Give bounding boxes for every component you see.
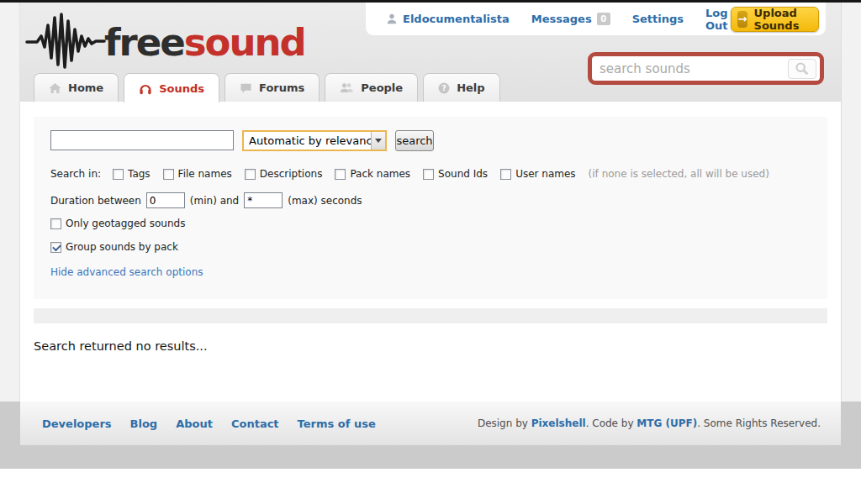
arrow-right-icon: →: [737, 11, 747, 28]
duration-row: Duration between (min) and (max) seconds: [50, 192, 362, 208]
settings-link[interactable]: Settings: [632, 13, 684, 25]
magnifier-icon: [795, 61, 810, 76]
search-in-note: (if none is selected, all will be used): [589, 168, 769, 180]
query-input[interactable]: [50, 130, 234, 150]
page: freesound Eldocumentalista Messages 0 Se…: [0, 0, 861, 504]
logout-link[interactable]: Log Out: [705, 7, 731, 32]
footer-link-terms[interactable]: Terms of use: [298, 417, 376, 430]
speech-bubble-icon: [240, 82, 252, 94]
footer-link-about[interactable]: About: [176, 417, 213, 430]
group-by-pack-row: Group sounds by pack: [50, 241, 191, 253]
header-search-input[interactable]: [600, 59, 784, 78]
upload-sounds-button[interactable]: → Upload Sounds: [731, 7, 819, 32]
search-button[interactable]: search: [395, 130, 434, 151]
results-header-bar: [34, 308, 827, 323]
freesound-logo[interactable]: freesound: [25, 12, 305, 74]
checkbox-file-names[interactable]: [163, 169, 174, 180]
header-search-box: [588, 52, 824, 85]
left-margin: [0, 3, 20, 402]
checkbox-descriptions[interactable]: [245, 169, 256, 180]
question-icon: ?: [438, 82, 450, 94]
messages-link[interactable]: Messages: [531, 13, 592, 25]
search-in-row: Search in: Tags File names Descriptions …: [50, 168, 769, 180]
checkbox-sound-ids[interactable]: [423, 169, 434, 180]
hide-advanced-options-link[interactable]: Hide advanced search options: [50, 266, 203, 278]
headphones-icon: [139, 82, 152, 95]
tab-sounds[interactable]: Sounds: [124, 73, 219, 102]
footer-link-contact[interactable]: Contact: [231, 417, 279, 430]
tab-forums[interactable]: Forums: [224, 73, 320, 102]
chevron-down-icon: [371, 132, 385, 150]
checkbox-geotagged[interactable]: [50, 218, 61, 229]
duration-max-input[interactable]: [244, 192, 283, 208]
messages-count-badge: 0: [597, 13, 610, 25]
logo-text: freesound: [104, 15, 305, 71]
right-margin: [841, 3, 861, 402]
search-in-label: Search in:: [50, 168, 101, 180]
footer: Developers Blog About Contact Terms of u…: [20, 402, 841, 445]
checkbox-tags[interactable]: [113, 169, 124, 180]
tab-home[interactable]: Home: [34, 73, 119, 102]
checkbox-user-names[interactable]: [500, 169, 511, 180]
advanced-search-panel: Automatic by relevance search Search in:…: [34, 117, 827, 299]
person-icon: [386, 13, 398, 25]
home-icon: [49, 82, 61, 94]
footer-link-blog[interactable]: Blog: [130, 417, 158, 430]
footer-links: Developers Blog About Contact Terms of u…: [42, 417, 376, 430]
footer-credits: Design by Pixelshell. Code by MTG (UPF).…: [478, 417, 821, 429]
footer-link-developers[interactable]: Developers: [42, 417, 112, 430]
content-area: Automatic by relevance search Search in:…: [20, 102, 841, 402]
header-search-button[interactable]: [788, 59, 816, 79]
mtg-upf-link[interactable]: MTG (UPF): [637, 417, 697, 429]
username-link[interactable]: Eldocumentalista: [403, 13, 510, 25]
main-nav: Home Sounds Forums People: [34, 73, 500, 102]
people-icon: [340, 82, 354, 93]
no-results-message: Search returned no results...: [34, 339, 208, 353]
duration-min-input[interactable]: [146, 192, 185, 208]
checkbox-pack-names[interactable]: [335, 169, 346, 180]
checkbox-group-by-pack[interactable]: [50, 242, 61, 253]
tab-help[interactable]: ? Help: [423, 73, 499, 102]
tab-people[interactable]: People: [325, 73, 418, 102]
svg-text:?: ?: [442, 84, 446, 92]
duration-label: Duration between: [50, 195, 141, 207]
sort-select[interactable]: Automatic by relevance: [242, 130, 387, 151]
geotagged-row: Only geotagged sounds: [50, 218, 198, 229]
pixelshell-link[interactable]: Pixelshell: [531, 417, 586, 429]
user-menu: Eldocumentalista Messages 0 Settings Log…: [366, 3, 826, 35]
waveform-icon: [25, 12, 116, 74]
